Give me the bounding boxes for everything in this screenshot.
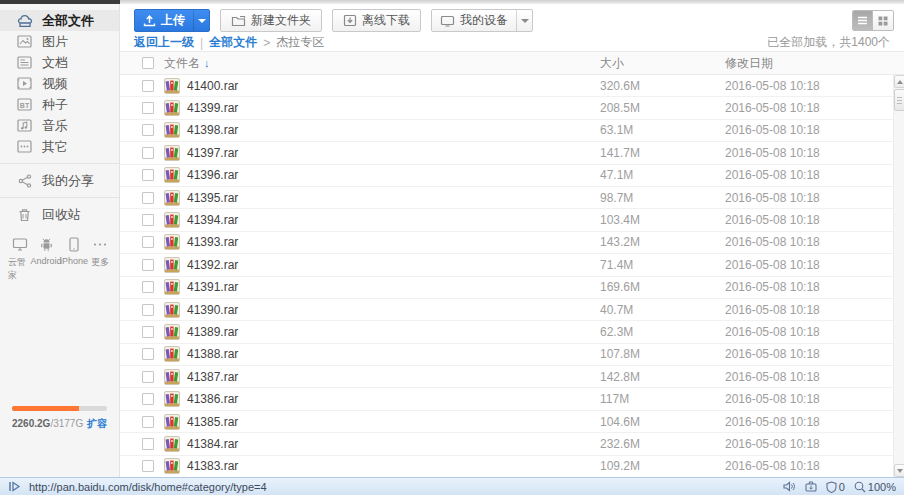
file-size: 117M [600, 392, 725, 406]
table-row[interactable]: 41385.rar 104.6M 2016-05-08 10:18 [120, 411, 893, 433]
column-header-date[interactable]: 修改日期 [725, 55, 893, 72]
row-checkbox[interactable] [142, 438, 154, 450]
file-name[interactable]: 41384.rar [187, 437, 600, 451]
row-checkbox[interactable] [142, 416, 154, 428]
sidebar-item-images[interactable]: 图片 [0, 31, 119, 52]
my-devices-dropdown-button[interactable] [516, 10, 532, 31]
page-zoom-button[interactable]: 100% [854, 481, 896, 493]
scroll-up-button[interactable] [894, 75, 904, 88]
file-name[interactable]: 41398.rar [187, 123, 600, 137]
table-row[interactable]: 41389.rar 62.3M 2016-05-08 10:18 [120, 321, 893, 343]
sidebar-item-recycle-bin[interactable]: 回收站 [0, 204, 119, 225]
row-checkbox[interactable] [142, 460, 154, 472]
row-checkbox[interactable] [142, 371, 154, 383]
table-row[interactable]: 41392.rar 71.4M 2016-05-08 10:18 [120, 254, 893, 276]
file-name[interactable]: 41392.rar [187, 258, 600, 272]
download-manager-button[interactable] [805, 481, 817, 492]
row-checkbox[interactable] [142, 147, 154, 159]
table-row[interactable]: 41396.rar 47.1M 2016-05-08 10:18 [120, 165, 893, 187]
row-checkbox[interactable] [142, 102, 154, 114]
sidebar-item-music[interactable]: 音乐 [0, 115, 119, 136]
file-name[interactable]: 41390.rar [187, 303, 600, 317]
sound-button[interactable] [783, 481, 796, 492]
file-size: 141.7M [600, 146, 725, 160]
file-name[interactable]: 41389.rar [187, 325, 600, 339]
list-view-button[interactable] [853, 11, 873, 30]
iphone-button[interactable]: iPhone [61, 235, 88, 282]
column-header-size[interactable]: 大小 [600, 55, 725, 72]
column-header-name[interactable]: 文件名 [164, 55, 200, 72]
row-checkbox[interactable] [142, 214, 154, 226]
scrollbar-thumb[interactable] [894, 89, 904, 111]
table-row[interactable]: 41384.rar 232.6M 2016-05-08 10:18 [120, 433, 893, 455]
sidebar-item-all-files[interactable]: 全部文件 [0, 10, 119, 31]
table-row[interactable]: 41386.rar 117M 2016-05-08 10:18 [120, 388, 893, 410]
scroll-down-button[interactable] [894, 464, 904, 477]
file-name[interactable]: 41383.rar [187, 459, 600, 473]
table-row[interactable]: 41388.rar 107.8M 2016-05-08 10:18 [120, 344, 893, 366]
sort-descending-icon[interactable]: ↓ [204, 57, 210, 69]
table-row[interactable]: 41397.rar 141.7M 2016-05-08 10:18 [120, 142, 893, 164]
cloud-manager-button[interactable]: 云管家 [8, 235, 32, 282]
table-row[interactable]: 41395.rar 98.7M 2016-05-08 10:18 [120, 187, 893, 209]
file-name[interactable]: 41400.rar [187, 79, 600, 93]
more-devices-button[interactable]: 更多 [89, 235, 113, 282]
my-devices-button[interactable]: 我的设备 [432, 10, 516, 31]
file-name[interactable]: 41397.rar [187, 146, 600, 160]
offline-download-button[interactable]: 离线下载 [332, 9, 421, 32]
security-count: 0 [839, 481, 845, 493]
table-row[interactable]: 41398.rar 63.1M 2016-05-08 10:18 [120, 120, 893, 142]
row-checkbox[interactable] [142, 169, 154, 181]
row-checkbox[interactable] [142, 393, 154, 405]
table-row[interactable]: 41387.rar 142.8M 2016-05-08 10:18 [120, 366, 893, 388]
file-name[interactable]: 41385.rar [187, 415, 600, 429]
row-checkbox[interactable] [142, 348, 154, 360]
sidebar-item-my-shares[interactable]: 我的分享 [0, 170, 119, 191]
table-row[interactable]: 41394.rar 103.4M 2016-05-08 10:18 [120, 209, 893, 231]
upload-dropdown-button[interactable] [193, 10, 209, 31]
file-name[interactable]: 41387.rar [187, 370, 600, 384]
row-checkbox[interactable] [142, 124, 154, 136]
row-checkbox[interactable] [142, 281, 154, 293]
row-checkbox[interactable] [142, 236, 154, 248]
file-name[interactable]: 41395.rar [187, 191, 600, 205]
file-date: 2016-05-08 10:18 [725, 101, 893, 115]
file-name[interactable]: 41386.rar [187, 392, 600, 406]
grid-view-button[interactable] [873, 11, 893, 30]
new-folder-button[interactable]: 新建文件夹 [220, 9, 322, 32]
sidebar-item-label: 文档 [42, 54, 68, 72]
table-row[interactable]: 41383.rar 109.2M 2016-05-08 10:18 [120, 456, 893, 477]
file-size: 143.2M [600, 235, 725, 249]
share-icon [16, 172, 33, 189]
table-row[interactable]: 41393.rar 143.2M 2016-05-08 10:18 [120, 232, 893, 254]
file-name[interactable]: 41393.rar [187, 235, 600, 249]
upload-button[interactable]: 上传 [135, 10, 193, 31]
sidebar-item-videos[interactable]: 视频 [0, 73, 119, 94]
vertical-scrollbar[interactable] [893, 75, 904, 477]
breadcrumb-back-link[interactable]: 返回上一级 [134, 34, 194, 51]
row-checkbox[interactable] [142, 259, 154, 271]
file-name[interactable]: 41399.rar [187, 101, 600, 115]
sidebar-item-other[interactable]: 其它 [0, 136, 119, 157]
breadcrumb-root-link[interactable]: 全部文件 [209, 34, 257, 51]
android-button[interactable]: Android [33, 235, 60, 282]
file-name[interactable]: 41394.rar [187, 213, 600, 227]
speed-mode-icon[interactable] [8, 481, 21, 492]
security-shield-button[interactable]: 0 [826, 481, 845, 493]
file-name[interactable]: 41388.rar [187, 347, 600, 361]
table-row[interactable]: 41391.rar 169.6M 2016-05-08 10:18 [120, 277, 893, 299]
select-all-checkbox[interactable] [142, 57, 154, 69]
row-checkbox[interactable] [142, 304, 154, 316]
file-date: 2016-05-08 10:18 [725, 258, 893, 272]
row-checkbox[interactable] [142, 192, 154, 204]
sidebar-item-documents[interactable]: 文档 [0, 52, 119, 73]
table-row[interactable]: 41399.rar 208.5M 2016-05-08 10:18 [120, 97, 893, 119]
row-checkbox[interactable] [142, 326, 154, 338]
expand-storage-link[interactable]: 扩容 [87, 417, 107, 431]
file-name[interactable]: 41396.rar [187, 168, 600, 182]
row-checkbox[interactable] [142, 80, 154, 92]
table-row[interactable]: 41390.rar 40.7M 2016-05-08 10:18 [120, 299, 893, 321]
sidebar-item-bt-seeds[interactable]: BT 种子 [0, 94, 119, 115]
file-name[interactable]: 41391.rar [187, 280, 600, 294]
table-row[interactable]: 41400.rar 320.6M 2016-05-08 10:18 [120, 75, 893, 97]
